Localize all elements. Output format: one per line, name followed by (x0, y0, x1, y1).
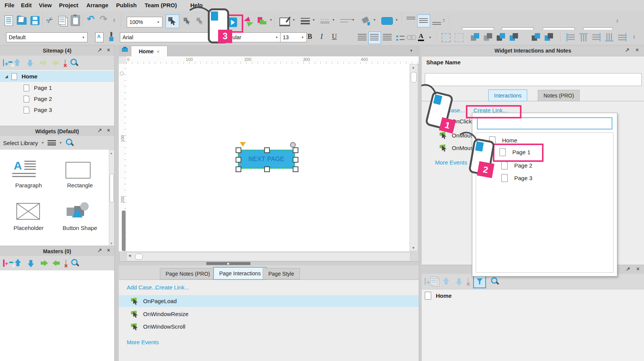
close-icon[interactable]: × (107, 247, 110, 253)
underline-button[interactable]: U (332, 33, 337, 41)
canvas-hscrollbar[interactable]: ◀ (126, 252, 410, 261)
dropdown-item-page3[interactable]: Page 3 (476, 172, 612, 184)
sitemap-item-page1[interactable]: Page 1 (0, 82, 114, 93)
scroll-down-icon[interactable]: ▼ (410, 246, 417, 250)
bring-forward-alt-icon[interactable] (531, 33, 540, 42)
move-down-icon[interactable] (27, 259, 35, 267)
shape-name-input[interactable] (425, 73, 642, 86)
scroll-left-icon[interactable]: ◀ (128, 254, 131, 257)
resize-handle-sw[interactable] (236, 166, 241, 172)
search-icon[interactable] (65, 138, 74, 148)
library-select[interactable]: Select Library (3, 140, 38, 146)
sitemap-item-page3[interactable]: Page 3 (0, 104, 114, 115)
undo-icon[interactable]: ↶ (87, 14, 94, 24)
close-icon[interactable]: × (107, 127, 110, 133)
menu-edit[interactable]: Edit (21, 2, 32, 8)
resize-handle-w[interactable] (236, 157, 241, 163)
add-page-icon[interactable] (3, 60, 4, 66)
move-down-icon[interactable] (26, 59, 34, 67)
resize-handle-nw[interactable] (236, 147, 241, 153)
sitemap-item-page2[interactable]: Page 2 (0, 93, 114, 104)
fill-color-icon[interactable] (361, 16, 371, 26)
new-file-icon[interactable] (5, 16, 13, 26)
delete-master-icon[interactable] (65, 260, 66, 266)
bring-to-front-icon[interactable] (470, 33, 480, 42)
widgets-scrollbar[interactable]: ▲ ▼ (109, 150, 115, 246)
delete-icon[interactable] (468, 278, 469, 284)
color-swatch-icon[interactable] (381, 17, 393, 25)
redo-icon[interactable]: ↷ (100, 14, 107, 24)
send-backward-icon[interactable] (509, 33, 518, 42)
font-size-select[interactable]: 13▼ (280, 32, 307, 42)
more-events-link[interactable]: More Events (435, 159, 467, 166)
tree-expand-icon[interactable]: ◢ (5, 74, 8, 78)
group-icon[interactable] (442, 33, 451, 42)
font-color-icon[interactable]: A (418, 33, 424, 39)
edit-style-dropdown-icon[interactable]: ▼ (292, 18, 295, 22)
undock-icon[interactable]: ↗ (626, 266, 630, 272)
line-weight-dropdown-icon[interactable]: ▼ (312, 18, 315, 22)
select-contained-tool-icon[interactable] (183, 17, 191, 26)
menu-team[interactable]: Team (PRO) (145, 2, 177, 8)
undock-icon[interactable]: ↗ (97, 247, 102, 253)
tab-page-interactions[interactable]: Page Interactions (213, 267, 267, 280)
connect-tool-icon[interactable] (196, 17, 204, 26)
arrow-style-dropdown-icon[interactable]: ▼ (352, 18, 355, 22)
move-up-icon[interactable] (442, 277, 450, 286)
undock-icon[interactable]: ↗ (625, 47, 630, 53)
resize-handle-s[interactable] (264, 166, 270, 172)
filter-active-frame[interactable] (473, 275, 486, 288)
update-style-icon[interactable] (95, 32, 104, 42)
tab-page-notes[interactable]: Page Notes (PRO) (160, 268, 216, 280)
scroll-down-icon[interactable]: ▼ (109, 242, 113, 245)
menu-arrange[interactable]: Arrange (86, 2, 108, 8)
toolbar-overflow-icon[interactable]: ▾ (113, 19, 115, 23)
color-swatch-dropdown-icon[interactable]: ▼ (395, 18, 398, 22)
widget-paragraph-icon[interactable]: A (11, 159, 46, 182)
tab-interactions[interactable]: Interactions (488, 89, 527, 101)
widget-button-shape-icon[interactable] (67, 202, 89, 221)
send-to-back-icon[interactable] (483, 33, 493, 42)
scroll-up-icon[interactable]: ▲ (109, 152, 113, 155)
close-icon[interactable]: × (107, 47, 110, 53)
font-family-select[interactable]: Arial (120, 32, 220, 42)
search-icon[interactable] (71, 259, 79, 268)
menu-file[interactable]: File (5, 2, 14, 8)
delete-page-icon[interactable] (65, 60, 65, 66)
resize-handle-n[interactable] (264, 147, 270, 153)
open-file-icon[interactable] (17, 17, 27, 25)
event-row-onpageload[interactable]: OnPageLoad (119, 295, 419, 307)
bold-button[interactable]: B (308, 33, 312, 41)
arrow-style-icon[interactable] (340, 18, 349, 24)
more-events-link[interactable]: More Events (127, 339, 159, 345)
undock-icon[interactable]: ↗ (97, 47, 102, 53)
edit-style-icon[interactable] (279, 18, 290, 26)
tab-close-icon[interactable]: × (157, 49, 160, 54)
copy-icon[interactable] (430, 276, 437, 286)
share-dropdown-icon[interactable]: ▼ (269, 18, 273, 22)
ungroup-icon[interactable] (454, 33, 464, 42)
search-icon[interactable] (491, 277, 499, 286)
publish-icon[interactable] (244, 17, 253, 26)
select-tool-icon[interactable] (168, 17, 176, 26)
view-options-icon[interactable] (48, 140, 56, 145)
add-case-link[interactable]: Add Case... (127, 284, 156, 291)
resize-handle-se[interactable] (293, 166, 298, 172)
splitter-thumb[interactable] (122, 211, 126, 251)
widget-rectangle-icon[interactable] (65, 162, 91, 179)
tab-home[interactable]: Home × (131, 46, 167, 57)
align-center-icon[interactable] (370, 34, 379, 41)
tab-list-icon[interactable]: ▼ (410, 49, 413, 53)
outline-item-home[interactable]: Home (422, 289, 644, 302)
style-preset-select[interactable]: Default▼ (6, 32, 88, 42)
indent-icon[interactable] (39, 59, 47, 67)
italic-button[interactable]: I (320, 33, 323, 41)
menu-project[interactable]: Project (59, 2, 78, 8)
align-left-icon[interactable] (358, 34, 367, 41)
add-master-icon[interactable] (3, 260, 5, 266)
outdent-icon[interactable] (53, 259, 61, 267)
move-up-icon[interactable] (14, 259, 22, 267)
undock-icon[interactable]: ↗ (97, 127, 102, 133)
toolbar-overflow-icon[interactable]: ▾ (617, 20, 618, 24)
line-weight-icon[interactable] (301, 18, 310, 24)
